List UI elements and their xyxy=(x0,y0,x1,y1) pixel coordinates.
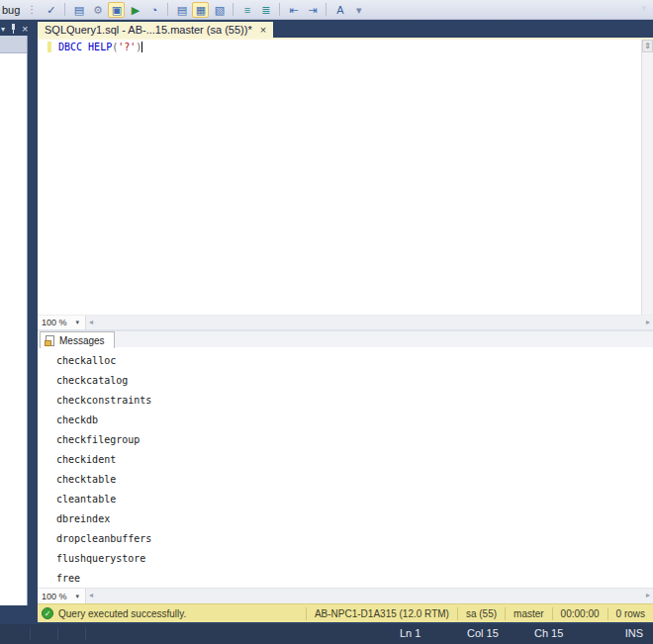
login-name: sa (55) xyxy=(457,607,505,620)
messages-tab-label: Messages xyxy=(59,335,105,346)
toolbar-separator xyxy=(279,3,280,16)
left-panel-header: ▾ × xyxy=(1,23,37,35)
message-line: checkalloc xyxy=(56,351,653,371)
messages-horizontal-scrollbar[interactable]: ◂ ▸ xyxy=(85,589,653,603)
decrease-indent-icon[interactable]: ⇤ xyxy=(285,2,302,18)
messages-zoom-row: 100 % ▾ ◂ ▸ xyxy=(38,588,653,603)
message-line: flushquerystore xyxy=(56,549,653,569)
window-position-chevron-icon[interactable]: ▾ xyxy=(1,25,5,34)
uncomment-icon[interactable]: ≣ xyxy=(257,2,274,18)
query-options-icon[interactable]: ⚙ xyxy=(89,2,106,18)
status-separator xyxy=(57,627,58,640)
tab-messages[interactable]: Messages xyxy=(40,331,115,348)
chevron-down-icon: ▾ xyxy=(76,319,80,326)
messages-output[interactable]: checkalloc checkcatalog checkconstraints… xyxy=(38,348,653,588)
database-name: master xyxy=(505,607,552,620)
document-tab-strip: SQLQuery1.sql - AB-...15.master (sa (55)… xyxy=(38,22,653,38)
results-tab-row: Messages xyxy=(38,331,653,348)
results-pane: Messages checkalloc checkcatalog checkco… xyxy=(38,331,653,603)
estimated-execution-plan-icon[interactable]: ▤ xyxy=(70,2,87,18)
status-separator xyxy=(30,627,31,640)
editor-zoom-row: 100 % ▾ ◂ ▸ xyxy=(38,315,653,329)
message-line: dbreindex xyxy=(56,509,653,529)
status-message: Query executed successfully. xyxy=(58,608,186,619)
message-line: checkfilegroup xyxy=(56,430,653,450)
scroll-left-icon[interactable]: ◂ xyxy=(89,318,93,326)
character-indicator: Ch 15 xyxy=(534,627,563,639)
results-to-grid-icon[interactable]: ▦ xyxy=(192,2,209,18)
tab-list-chevron-icon[interactable]: ▾ xyxy=(641,3,646,13)
results-to-file-icon[interactable]: ▧ xyxy=(211,2,228,18)
editor-vertical-scrollbar[interactable]: ⇕ xyxy=(641,40,653,315)
status-separator xyxy=(85,627,86,640)
message-line: free xyxy=(56,569,653,588)
client-statistics-icon[interactable]: ◔ xyxy=(145,2,162,18)
sql-editor-toolbar: bug ⋮ ✓ ▤ ⚙ ▣ ▶ ◔ ▤ ▦ ▧ ≡ ≣ ⇤ ⇥ A ▾ xyxy=(0,0,653,20)
actual-execution-plan-icon[interactable]: ▶ xyxy=(127,2,143,18)
application-status-bar: Ln 1 Col 15 Ch 15 INS xyxy=(0,624,653,644)
message-line: dropcleanbuffers xyxy=(56,529,653,549)
zoom-value: 100 % xyxy=(42,592,67,601)
close-icon[interactable]: × xyxy=(260,25,266,36)
tab-sqlquery1[interactable]: SQLQuery1.sql - AB-...15.master (sa (55)… xyxy=(38,22,273,38)
scroll-right-icon[interactable]: ▸ xyxy=(646,318,650,326)
server-name: AB-NPC1-D1A315 (12.0 RTM) xyxy=(306,607,457,620)
scroll-right-icon[interactable]: ▸ xyxy=(646,591,650,599)
success-check-icon: ✓ xyxy=(42,607,53,619)
editor-zoom-selector[interactable]: 100 % ▾ xyxy=(38,316,85,329)
message-line: checkdb xyxy=(56,411,653,430)
messages-zoom-selector[interactable]: 100 % ▾ xyxy=(38,589,85,603)
toolbar-separator xyxy=(167,3,168,16)
insert-mode-indicator: INS xyxy=(625,627,643,639)
sql-string: '?' xyxy=(118,42,136,52)
zoom-value: 100 % xyxy=(42,318,67,327)
status-message-group: ✓ Query executed successfully. xyxy=(38,607,186,619)
comment-out-icon[interactable]: ≡ xyxy=(238,2,255,18)
toolbar-separator xyxy=(326,3,326,16)
message-line: checkcatalog xyxy=(56,371,653,391)
message-line: checkident xyxy=(56,450,653,470)
chevron-down-icon: ▾ xyxy=(76,593,80,600)
ssms-window: bug ⋮ ✓ ▤ ⚙ ▣ ▶ ◔ ▤ ▦ ▧ ≡ ≣ ⇤ ⇥ A ▾ ▾ × … xyxy=(0,0,653,644)
line-indicator: Ln 1 xyxy=(400,627,420,639)
increase-indent-icon[interactable]: ⇥ xyxy=(304,2,321,18)
text-cursor xyxy=(141,42,142,52)
toolbar-overflow-icon[interactable]: ▾ xyxy=(350,2,367,18)
tab-title: SQLQuery1.sql - AB-...15.master (sa (55)… xyxy=(45,24,252,36)
modified-line-indicator xyxy=(47,42,51,52)
column-indicator: Col 15 xyxy=(467,627,499,639)
panel-close-icon[interactable]: × xyxy=(22,24,28,34)
pushpin-icon[interactable] xyxy=(10,24,17,35)
code-line-1: DBCC HELP('?') xyxy=(58,42,142,52)
left-docked-panel xyxy=(0,36,28,605)
sql-keyword: DBCC HELP xyxy=(58,42,112,52)
messages-icon xyxy=(46,335,54,346)
row-count: 0 rows xyxy=(607,607,653,620)
connection-info-group: AB-NPC1-D1A315 (12.0 RTM) sa (55) master… xyxy=(306,604,653,622)
editor-splitter-handle[interactable]: ⇕ xyxy=(642,40,653,52)
query-status-bar: ✓ Query executed successfully. AB-NPC1-D… xyxy=(38,603,653,622)
template-parameters-icon[interactable]: A xyxy=(331,2,348,18)
elapsed-time: 00:00:00 xyxy=(552,607,607,620)
intellisense-enabled-icon[interactable]: ▣ xyxy=(108,2,125,18)
query-editor[interactable]: DBCC HELP('?') xyxy=(38,40,641,315)
message-line: checkconstraints xyxy=(56,391,653,411)
message-line: cleantable xyxy=(56,490,653,509)
toolbar-separator xyxy=(64,3,65,16)
scroll-left-icon[interactable]: ◂ xyxy=(89,591,93,599)
toolbar-separator xyxy=(233,3,233,16)
editor-horizontal-scrollbar[interactable]: ◂ ▸ xyxy=(85,316,653,329)
results-to-text-icon[interactable]: ▤ xyxy=(173,2,190,18)
toolbar-grip-icon: ⋮ xyxy=(27,4,37,15)
debug-menu-label[interactable]: bug xyxy=(2,4,20,16)
parse-icon[interactable]: ✓ xyxy=(43,2,59,18)
left-panel-toolbar xyxy=(0,36,27,53)
message-line: checktable xyxy=(56,470,653,490)
